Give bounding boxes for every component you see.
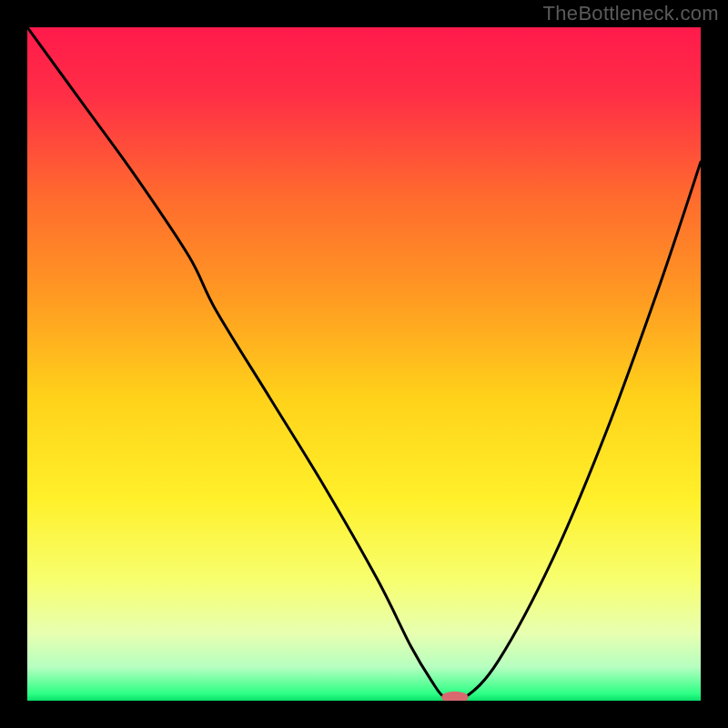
bottleneck-chart: [0, 0, 728, 728]
watermark-text: TheBottleneck.com: [543, 2, 719, 25]
chart-frame: { "watermark": "TheBottleneck.com", "col…: [0, 0, 728, 728]
optimal-marker: [441, 692, 469, 703]
plot-background: [27, 27, 701, 701]
